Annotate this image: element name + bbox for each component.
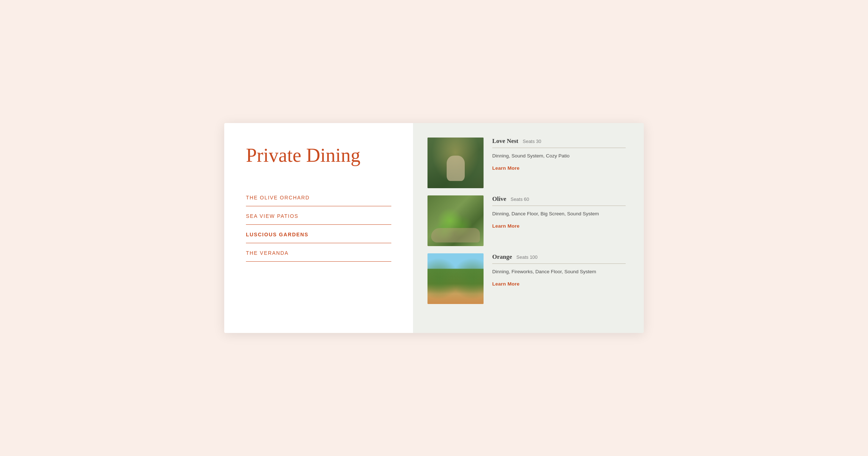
venue-info-love-nest: Love NestSeats 30Dinning, Sound System, … (492, 138, 626, 171)
nav-label-luscious-gardens: LUSCIOUS GARDENS (246, 232, 309, 237)
venue-features-olive: Dinning, Dance Floor, Big Screen, Sound … (492, 210, 626, 218)
venue-name-orange: Orange (492, 253, 512, 261)
venue-info-olive: OliveSeats 60Dinning, Dance Floor, Big S… (492, 195, 626, 229)
nav-label-olive-orchard: THE OLIVE ORCHARD (246, 195, 310, 200)
venue-image-olive (427, 195, 484, 246)
venue-divider-olive (492, 206, 626, 206)
venue-seats-orange: Seats 100 (516, 254, 538, 260)
nav-item-sea-view-patios[interactable]: SEA VIEW PATIOS (246, 206, 391, 225)
venue-header-love-nest: Love NestSeats 30 (492, 138, 626, 145)
venue-features-love-nest: Dinning, Sound System, Cozy Patio (492, 152, 626, 160)
main-card: Private Dining THE OLIVE ORCHARDSEA VIEW… (224, 123, 644, 333)
nav-item-olive-orchard[interactable]: THE OLIVE ORCHARD (246, 188, 391, 206)
venue-card-orange: OrangeSeats 100Dinning, Fireworks, Dance… (427, 253, 626, 304)
nav-label-sea-view-patios: SEA VIEW PATIOS (246, 213, 298, 219)
left-panel: Private Dining THE OLIVE ORCHARDSEA VIEW… (224, 123, 413, 333)
venue-seats-olive: Seats 60 (511, 197, 529, 202)
venue-card-olive: OliveSeats 60Dinning, Dance Floor, Big S… (427, 195, 626, 246)
venue-features-orange: Dinning, Fireworks, Dance Floor, Sound S… (492, 268, 626, 275)
nav-label-the-veranda: THE VERANDA (246, 250, 289, 256)
nav-item-luscious-gardens[interactable]: LUSCIOUS GARDENS (246, 225, 391, 243)
venue-header-orange: OrangeSeats 100 (492, 253, 626, 261)
learn-more-button-orange[interactable]: Learn More (492, 281, 519, 287)
nav-item-the-veranda[interactable]: THE VERANDA (246, 243, 391, 262)
venue-card-love-nest: Love NestSeats 30Dinning, Sound System, … (427, 138, 626, 188)
venue-header-olive: OliveSeats 60 (492, 195, 626, 203)
venue-name-olive: Olive (492, 195, 506, 203)
learn-more-button-love-nest[interactable]: Learn More (492, 165, 519, 171)
page-title: Private Dining (246, 145, 391, 166)
venue-image-orange (427, 253, 484, 304)
venue-divider-orange (492, 263, 626, 264)
nav-list: THE OLIVE ORCHARDSEA VIEW PATIOSLUSCIOUS… (246, 188, 391, 262)
right-panel: Love NestSeats 30Dinning, Sound System, … (413, 123, 644, 333)
venue-name-love-nest: Love Nest (492, 138, 518, 145)
learn-more-button-olive[interactable]: Learn More (492, 223, 519, 229)
venue-image-love-nest (427, 138, 484, 188)
venue-divider-love-nest (492, 148, 626, 148)
venue-info-orange: OrangeSeats 100Dinning, Fireworks, Dance… (492, 253, 626, 287)
venue-seats-love-nest: Seats 30 (523, 139, 541, 144)
